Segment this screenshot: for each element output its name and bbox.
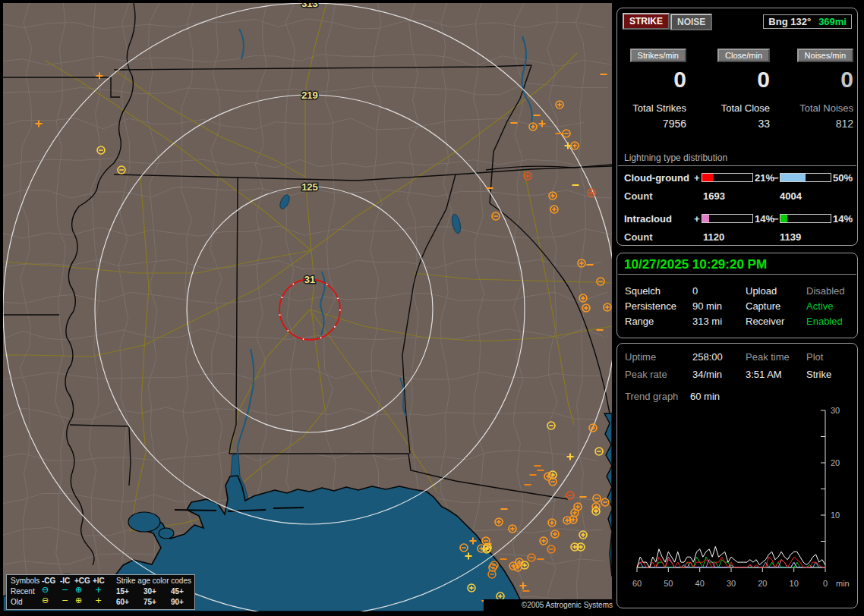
- bearing-range-display: Bng 132°369mi: [763, 14, 852, 29]
- minus-sign: −: [773, 172, 779, 184]
- cloud-ground-label: Cloud-ground: [624, 172, 689, 184]
- cg-plus-percent: 21%: [755, 172, 774, 184]
- receiver-status: Enabled: [806, 316, 843, 327]
- total-noises-label: Total Noises: [770, 102, 853, 114]
- divider: [618, 274, 856, 275]
- legend-cg-plus-icon: ⊕: [75, 597, 82, 605]
- map-bottom-strip: [0, 611, 615, 616]
- close-per-min-value: 0: [686, 68, 770, 91]
- count-label: Count: [624, 231, 653, 243]
- legend-row-old-label: Old: [11, 598, 23, 606]
- total-close-label: Total Close: [686, 102, 770, 114]
- strikes-per-min-button[interactable]: Strikes/min: [630, 49, 686, 62]
- trend-y-tick: 20: [831, 458, 840, 467]
- trend-y-tick: 30: [831, 406, 840, 415]
- legend-header-ncg: -CG: [42, 577, 55, 585]
- cg-minus-count: 4004: [780, 190, 802, 202]
- trend-panel: Uptime 258:00 Peak time Plot Peak rate 3…: [616, 343, 858, 608]
- persistence-label: Persistence: [625, 300, 676, 312]
- status-panel: 10/27/2025 10:29:20 PM Squelch 0 Upload …: [616, 253, 858, 338]
- legend-ic-plus-icon: +: [95, 586, 102, 594]
- legend-age-90: 90+: [171, 598, 184, 606]
- noises-counter-column: Noises/min 0 Total Noises 812: [770, 48, 853, 130]
- cg-plus-count: 1693: [703, 190, 725, 202]
- peak-time-value: 3:51 AM: [746, 369, 782, 380]
- legend-row-recent-label: Recent: [11, 587, 35, 596]
- capture-label: Capture: [746, 300, 780, 312]
- legend-cg-minus-icon: ⊖: [42, 597, 49, 605]
- uptime-label: Uptime: [625, 351, 656, 363]
- strike-stats-panel: STRIKE NOISE Bng 132°369mi Strikes/min 0…: [616, 8, 858, 246]
- trend-y-tick: 10: [831, 511, 840, 520]
- trend-x-tick: 20: [758, 579, 767, 588]
- legend-age-45: 45+: [171, 587, 184, 596]
- plus-sign: +: [694, 172, 700, 184]
- legend-cg-plus-icon: ⊕: [75, 586, 82, 594]
- intracloud-row: Intracloud + 14% − 14%: [617, 213, 857, 224]
- plus-sign: +: [694, 213, 700, 225]
- noises-per-min-value: 0: [770, 68, 853, 91]
- ic-minus-count: 1139: [780, 231, 801, 243]
- nexstorm-window: 31321912531 Symbols -CG -IC +CG +IC Stri…: [0, 0, 864, 616]
- distribution-title: Lightning type distribution: [624, 152, 727, 163]
- strike-button[interactable]: STRIKE: [623, 13, 670, 30]
- squelch-label: Squelch: [625, 285, 661, 297]
- ic-plus-count: 1120: [703, 231, 724, 243]
- legend-ic-minus-icon: −: [61, 597, 68, 605]
- strikes-counter-column: Strikes/min 0 Total Strikes 7956: [617, 48, 686, 130]
- peak-rate-value: 34/min: [692, 369, 722, 380]
- plot-label: Plot: [806, 351, 823, 363]
- persistence-value: 90 min: [692, 300, 722, 312]
- intracloud-label: Intracloud: [624, 213, 672, 225]
- copyright-text: ©2005 Astrogenic Systems: [484, 599, 615, 611]
- trend-x-tick: 40: [695, 579, 705, 588]
- trend-series-Total: [637, 546, 825, 567]
- trend-graph-label: Trend graph: [625, 391, 678, 402]
- total-close-value: 33: [686, 118, 770, 130]
- cloud-ground-row: Cloud-ground + 21% − 50%: [617, 172, 857, 183]
- squelch-value: 0: [692, 285, 698, 297]
- legend-header-pcg: +CG: [74, 577, 90, 585]
- strikes-per-min-value: 0: [617, 68, 686, 91]
- cg-minus-percent: 50%: [833, 172, 853, 184]
- legend-age-60: 60+: [116, 598, 129, 606]
- trend-x-tick: 0: [823, 579, 828, 588]
- range-value: 313 mi: [692, 316, 722, 327]
- legend-cg-minus-icon: ⊖: [42, 586, 49, 594]
- lightning-map[interactable]: 31321912531: [0, 0, 615, 616]
- noises-per-min-button[interactable]: Noises/min: [797, 49, 853, 62]
- plot-mode-value: Strike: [806, 369, 831, 380]
- upload-status: Disabled: [806, 285, 845, 297]
- ring-label-313: 313: [301, 0, 318, 9]
- ic-plus-bar: [702, 214, 753, 223]
- ring-label-31: 31: [304, 274, 315, 285]
- legend-header-ages: Strike age color codes: [116, 577, 191, 585]
- peak-time-label: Peak time: [746, 351, 790, 363]
- bearing-value: Bng 132°: [768, 16, 811, 27]
- legend-age-75: 75+: [143, 598, 156, 606]
- legend-age-30: 30+: [143, 587, 156, 596]
- receiver-label: Receiver: [746, 316, 784, 327]
- legend-header-symbols: Symbols: [11, 577, 39, 585]
- trend-chart: 1020306050403020100min: [617, 403, 857, 605]
- ring-label-125: 125: [301, 181, 318, 193]
- noise-button[interactable]: NOISE: [670, 14, 712, 30]
- legend-header-pic: +IC: [93, 577, 105, 585]
- total-noises-value: 812: [770, 118, 853, 130]
- ic-minus-percent: 14%: [833, 213, 853, 225]
- range-label: Range: [625, 316, 654, 327]
- trend-x-tick: 30: [727, 579, 736, 588]
- map-area[interactable]: 31321912531 Symbols -CG -IC +CG +IC Stri…: [0, 0, 615, 616]
- map-legend: Symbols -CG -IC +CG +IC Strike age color…: [6, 574, 195, 610]
- capture-status: Active: [806, 300, 833, 312]
- trend-x-unit: min: [836, 579, 850, 588]
- close-counter-column: Close/min 0 Total Close 33: [686, 48, 770, 130]
- ring-label-219: 219: [301, 90, 318, 101]
- ic-minus-bar: [780, 214, 831, 223]
- uptime-value: 258:00: [692, 351, 723, 363]
- divider: [618, 165, 856, 166]
- close-per-min-button[interactable]: Close/min: [717, 49, 770, 62]
- total-strikes-label: Total Strikes: [617, 102, 686, 114]
- trend-x-tick: 60: [632, 579, 642, 588]
- cg-minus-bar: [780, 173, 831, 182]
